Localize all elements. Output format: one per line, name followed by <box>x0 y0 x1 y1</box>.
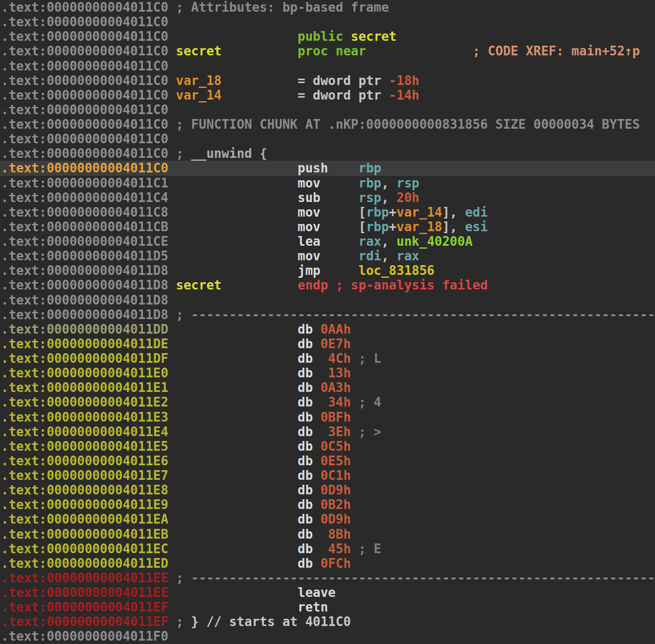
address[interactable]: .text:00000000004011CE <box>1 234 168 249</box>
disasm-line[interactable]: .text:00000000004011C4 sub rsp, 20h <box>0 190 655 205</box>
disasm-line[interactable]: .text:00000000004011DD db 0AAh <box>0 322 655 337</box>
disasm-line[interactable]: .text:00000000004011E9 db 0B2h <box>0 497 655 512</box>
address[interactable]: .text:00000000004011D8 <box>1 263 168 278</box>
number[interactable]: 0FCh <box>320 556 351 571</box>
mnemonic[interactable]: retn <box>297 600 328 614</box>
disasm-line[interactable]: .text:00000000004011EF ; } // starts at … <box>0 614 655 629</box>
number[interactable]: 0C5h <box>320 439 351 454</box>
number[interactable]: 0C1h <box>320 468 351 483</box>
address[interactable]: .text:00000000004011C0 <box>1 102 168 117</box>
disasm-line[interactable]: .text:00000000004011E5 db 0C5h <box>0 439 655 454</box>
disasm-line[interactable]: .text:00000000004011C0 ; __unwind { <box>0 146 655 161</box>
address-unexplored[interactable]: .text:00000000004011EA <box>1 512 168 526</box>
unknown-ref[interactable]: unk_40200A <box>396 234 473 249</box>
disasm-line[interactable]: .text:00000000004011D8 <box>0 293 655 307</box>
mnemonic[interactable]: db <box>297 542 312 556</box>
number[interactable]: 0BFh <box>320 410 351 424</box>
mnemonic[interactable]: mov <box>297 249 320 263</box>
mnemonic[interactable]: db <box>297 395 312 409</box>
number[interactable]: 13h <box>328 366 351 380</box>
mnemonic[interactable]: mov <box>297 205 320 220</box>
address-invalid[interactable]: .text:00000000004011EF <box>1 600 168 614</box>
number[interactable]: 34h <box>328 395 351 409</box>
address[interactable]: .text:00000000004011C0 <box>1 73 168 88</box>
disasm-line[interactable]: .text:00000000004011CB mov [rbp+var_18],… <box>0 220 655 234</box>
number[interactable]: 8Bh <box>328 527 351 542</box>
mnemonic[interactable]: sub <box>297 190 320 205</box>
address[interactable]: .text:00000000004011CB <box>1 220 168 234</box>
mnemonic[interactable]: leave <box>297 585 335 600</box>
mnemonic[interactable]: db <box>297 322 312 337</box>
number[interactable]: -18h <box>389 73 419 88</box>
disasm-line[interactable]: .text:00000000004011C8 mov [rbp+var_14],… <box>0 205 655 220</box>
number[interactable]: 0D9h <box>320 483 351 497</box>
disasm-line[interactable]: .text:00000000004011EF retn <box>0 600 655 614</box>
number[interactable]: 0AAh <box>320 322 351 337</box>
register[interactable]: esi <box>465 220 488 234</box>
disasm-line[interactable]: .text:00000000004011C0 ; Attributes: bp-… <box>0 0 655 15</box>
register[interactable]: rbp <box>359 176 381 190</box>
address[interactable]: .text:00000000004011C0 <box>1 59 168 73</box>
address-unexplored[interactable]: .text:00000000004011E3 <box>1 410 168 424</box>
stack-variable[interactable]: var_14 <box>176 88 222 102</box>
address-unexplored[interactable]: .text:00000000004011E6 <box>1 454 168 468</box>
address-unexplored[interactable]: .text:00000000004011E8 <box>1 483 168 497</box>
disasm-line[interactable]: .text:00000000004011C0 var_18 = dword pt… <box>0 73 655 88</box>
address[interactable]: .text:00000000004011C0 <box>1 146 168 161</box>
register[interactable]: edi <box>465 205 488 220</box>
address[interactable]: .text:00000000004011C0 <box>1 88 168 102</box>
register[interactable]: rbp <box>366 220 389 234</box>
disasm-line[interactable]: .text:00000000004011C0 ; FUNCTION CHUNK … <box>0 117 655 132</box>
disasm-line-current[interactable]: .text:00000000004011C0 push rbp <box>0 161 655 175</box>
address[interactable]: .text:00000000004011C0 <box>1 44 168 58</box>
address-unexplored[interactable]: .text:00000000004011E0 <box>1 366 168 380</box>
address[interactable]: .text:00000000004011D5 <box>1 249 168 263</box>
address[interactable]: .text:00000000004011C0 <box>1 0 168 15</box>
mnemonic[interactable]: db <box>297 439 312 454</box>
disasm-line[interactable]: .text:00000000004011EB db 8Bh <box>0 527 655 542</box>
mnemonic[interactable]: push <box>297 161 328 175</box>
mnemonic[interactable]: db <box>297 351 312 366</box>
mnemonic[interactable]: db <box>297 468 312 483</box>
location-ref[interactable]: loc_831856 <box>359 263 435 278</box>
number[interactable]: 45h <box>328 542 351 556</box>
disasm-line[interactable]: .text:00000000004011E8 db 0D9h <box>0 483 655 497</box>
mnemonic[interactable]: db <box>297 337 312 351</box>
disasm-line[interactable]: .text:00000000004011C0 <box>0 102 655 117</box>
disasm-line[interactable]: .text:00000000004011C0 var_14 = dword pt… <box>0 88 655 102</box>
address[interactable]: .text:00000000004011C8 <box>1 205 168 220</box>
mnemonic[interactable]: mov <box>297 176 320 190</box>
disasm-line[interactable]: .text:00000000004011D8 secret endp ; sp-… <box>0 278 655 292</box>
address-unexplored-dim[interactable]: .text:00000000004011DD <box>1 322 168 337</box>
disasm-line[interactable]: .text:00000000004011E4 db 3Eh ; > <box>0 424 655 439</box>
disasm-line[interactable]: .text:00000000004011C0 <box>0 15 655 29</box>
mnemonic[interactable]: db <box>297 454 312 468</box>
address[interactable]: .text:00000000004011C1 <box>1 176 168 190</box>
number[interactable]: 0E5h <box>320 454 351 468</box>
disasm-line[interactable]: .text:00000000004011E6 db 0E5h <box>0 454 655 468</box>
number[interactable]: 0B2h <box>320 497 351 512</box>
address[interactable]: .text:00000000004011C0 <box>1 117 168 132</box>
number[interactable]: 4Ch <box>328 351 351 366</box>
address[interactable]: .text:00000000004011C0 <box>1 29 168 44</box>
mnemonic[interactable]: mov <box>297 220 320 234</box>
address-unexplored[interactable]: .text:00000000004011EB <box>1 527 168 542</box>
register[interactable]: rbp <box>366 205 389 220</box>
disasm-line[interactable]: .text:00000000004011E7 db 0C1h <box>0 468 655 483</box>
mnemonic[interactable]: db <box>297 366 312 380</box>
mnemonic[interactable]: db <box>297 512 312 526</box>
address[interactable]: .text:00000000004011D8 <box>1 293 168 307</box>
disasm-line[interactable]: .text:00000000004011EA db 0D9h <box>0 512 655 526</box>
mnemonic[interactable]: db <box>297 380 312 395</box>
address[interactable]: .text:00000000004011C0 <box>1 132 168 146</box>
function-name[interactable]: secret <box>176 278 222 292</box>
address[interactable]: .text:00000000004011C4 <box>1 190 168 205</box>
disasm-line[interactable]: .text:00000000004011C0 secret proc near … <box>0 44 655 58</box>
address-invalid[interactable]: .text:00000000004011EF <box>1 614 168 629</box>
disasm-line[interactable]: .text:00000000004011CE lea rax, unk_4020… <box>0 234 655 249</box>
disasm-line[interactable]: .text:00000000004011EC db 45h ; E <box>0 542 655 556</box>
disasm-line[interactable]: .text:00000000004011DE db 0E7h <box>0 337 655 351</box>
disasm-line[interactable]: .text:00000000004011D8 jmp loc_831856 <box>0 263 655 278</box>
disasm-line[interactable]: .text:00000000004011C0 public secret <box>0 29 655 44</box>
disasm-line[interactable]: .text:00000000004011E1 db 0A3h <box>0 380 655 395</box>
